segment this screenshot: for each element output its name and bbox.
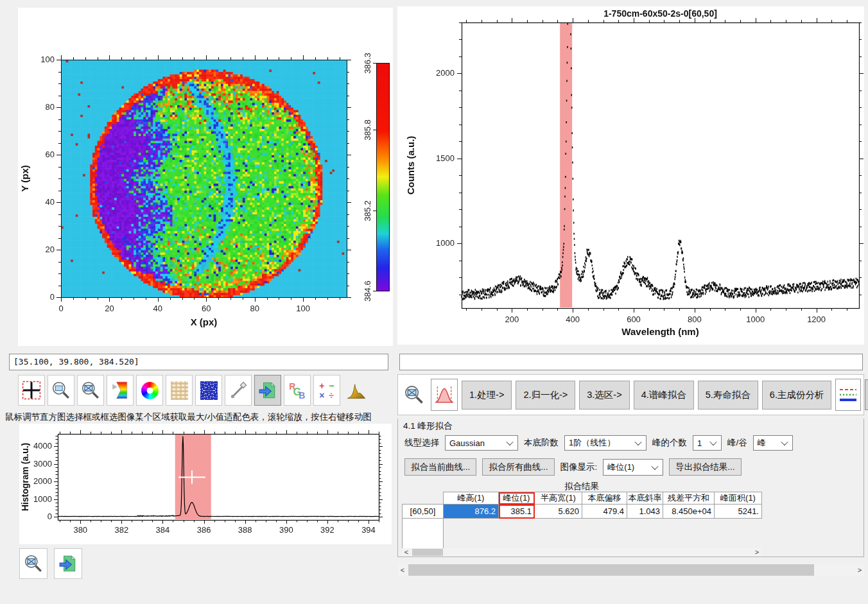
row-header[interactable]: [60,50] bbox=[403, 505, 444, 519]
color-wheel-button[interactable] bbox=[136, 375, 163, 406]
zoom-reset-button[interactable] bbox=[401, 379, 427, 411]
cell-peak-height[interactable]: 876.2 bbox=[444, 505, 499, 519]
svg-text:×: × bbox=[319, 390, 324, 401]
display-mode-value: 峰位(1) bbox=[607, 462, 634, 473]
zoom-reset-button[interactable] bbox=[19, 548, 48, 579]
zoom-reset-icon bbox=[24, 553, 43, 574]
peak-fit-panel: 4.1 峰形拟合 线型选择 Gaussian 本底阶数 1阶（线性） 峰的个数 … bbox=[397, 418, 864, 557]
analysis-toolbar: 1.处理-> 2.归一化-> 3.选区-> 4.谱峰拟合 5.寿命拟合 6.主成… bbox=[397, 374, 864, 415]
histogram-canvas[interactable] bbox=[19, 424, 392, 544]
peak-fit-mode-button[interactable] bbox=[431, 379, 458, 411]
scrollbar-track[interactable] bbox=[407, 564, 855, 576]
heatmap-canvas[interactable] bbox=[18, 8, 393, 346]
scrollbar-thumb[interactable] bbox=[408, 564, 814, 576]
curve-styles-button[interactable] bbox=[835, 379, 861, 411]
fit-current-curve-button[interactable]: 拟合当前曲线... bbox=[404, 458, 476, 476]
math-operations-button[interactable]: + − × ÷ bbox=[313, 375, 340, 406]
fit-results-caption: 拟合结果 bbox=[402, 481, 761, 492]
export-fit-results-button[interactable]: 导出拟合结果... bbox=[669, 458, 741, 476]
fit-options-row: 线型选择 Gaussian 本底阶数 1阶（线性） 峰的个数 1 峰/谷 峰 bbox=[404, 435, 793, 451]
svg-text:B: B bbox=[299, 390, 305, 401]
histogram-toolbar bbox=[19, 548, 82, 579]
scroll-left-arrow[interactable]: < bbox=[398, 566, 407, 574]
crosshair-select-button[interactable] bbox=[18, 375, 45, 406]
chevron-down-icon bbox=[709, 438, 716, 445]
scroll-left-arrow[interactable]: < bbox=[402, 548, 411, 557]
step1-process-button[interactable]: 1.处理-> bbox=[462, 381, 512, 410]
zoom-box-icon bbox=[51, 380, 71, 401]
zoom-reset-icon bbox=[404, 384, 424, 406]
empty-cells bbox=[444, 519, 762, 552]
math-operations-icon: + − × ÷ bbox=[317, 380, 336, 401]
cell-peak-area[interactable]: 5241. bbox=[715, 505, 762, 519]
rgb-channels-button[interactable]: R G B bbox=[284, 375, 311, 406]
step6-pca-button[interactable]: 6.主成份分析 bbox=[762, 381, 832, 410]
step5-lifetime-fit-button[interactable]: 5.寿命拟合 bbox=[698, 381, 758, 410]
crosshair-icon bbox=[22, 380, 41, 401]
ripple-pattern-button[interactable] bbox=[195, 375, 222, 406]
col-peak-position: 峰位(1) bbox=[499, 492, 535, 505]
scrollbar-thumb[interactable] bbox=[412, 549, 443, 556]
svg-text:÷: ÷ bbox=[329, 390, 334, 401]
texture-pattern-icon bbox=[171, 381, 188, 400]
peak-count-label: 峰的个数 bbox=[652, 437, 687, 449]
fit-all-curves-button[interactable]: 拟合所有曲线... bbox=[482, 458, 554, 476]
export-data-icon bbox=[58, 553, 78, 574]
svg-text:+: + bbox=[319, 381, 324, 391]
baseline-order-value: 1阶（线性） bbox=[569, 437, 615, 449]
peak-valley-label: 峰/谷 bbox=[727, 437, 747, 449]
surface-3d-button[interactable] bbox=[343, 375, 370, 406]
cell-residual[interactable]: 8.450e+04 bbox=[663, 505, 715, 519]
line-type-label: 线型选择 bbox=[404, 437, 439, 449]
step2-normalize-button[interactable]: 2.归一化-> bbox=[516, 381, 575, 410]
baseline-order-label: 本底阶数 bbox=[524, 437, 559, 449]
col-residual: 残差平方和 bbox=[663, 492, 715, 505]
zoom-box-button[interactable] bbox=[48, 375, 74, 406]
right-status-field bbox=[399, 354, 863, 370]
empty-row-header[interactable] bbox=[403, 519, 444, 552]
fit-results-table: 峰高(1) 峰位(1) 半高宽(1) 本底偏移 本底斜率 残差平方和 峰面积(1… bbox=[402, 492, 762, 552]
table-h-scrollbar[interactable]: < > bbox=[402, 548, 761, 557]
measure-tool-button[interactable] bbox=[225, 375, 252, 406]
panel-h-scrollbar[interactable]: < > bbox=[398, 564, 864, 576]
cell-baseline-offset[interactable]: 479.4 bbox=[582, 505, 627, 519]
zoom-reset-icon bbox=[81, 380, 100, 401]
step4-peak-fit-button[interactable]: 4.谱峰拟合 bbox=[634, 381, 694, 410]
spectrum-panel bbox=[397, 6, 864, 345]
cell-baseline-slope[interactable]: 1.043 bbox=[627, 505, 663, 519]
export-data-button[interactable] bbox=[254, 375, 281, 406]
app-window: [35.100, 39.800, 384.520] bbox=[0, 0, 868, 604]
peak-count-value: 1 bbox=[697, 438, 702, 448]
zoom-reset-button[interactable] bbox=[77, 375, 104, 406]
rgb-channels-icon: R G B bbox=[288, 380, 307, 401]
display-mode-label: 图像显示: bbox=[560, 462, 598, 473]
texture-pattern-button[interactable] bbox=[166, 375, 193, 406]
chevron-down-icon bbox=[506, 438, 513, 445]
scroll-right-arrow[interactable]: > bbox=[855, 566, 864, 574]
chevron-down-icon bbox=[652, 462, 659, 469]
baseline-order-combo[interactable]: 1阶（线性） bbox=[564, 435, 647, 451]
export-data-button[interactable] bbox=[54, 548, 82, 579]
peak-valley-value: 峰 bbox=[758, 437, 766, 449]
scroll-right-arrow[interactable]: > bbox=[752, 548, 761, 557]
svg-text:−: − bbox=[329, 381, 334, 391]
scrollbar-track[interactable] bbox=[411, 548, 752, 557]
colormap-button[interactable] bbox=[107, 375, 134, 406]
fit-actions-row: 拟合当前曲线... 拟合所有曲线... 图像显示: 峰位(1) 导出拟合结果..… bbox=[404, 458, 742, 476]
histogram-panel bbox=[19, 424, 392, 544]
cell-fwhm[interactable]: 5.620 bbox=[535, 505, 582, 519]
image-toolbar: R G B + − × ÷ bbox=[18, 375, 370, 406]
spectrum-canvas[interactable] bbox=[397, 6, 864, 345]
line-type-combo[interactable]: Gaussian bbox=[445, 435, 518, 451]
step3-select-region-button[interactable]: 3.选区-> bbox=[579, 381, 629, 410]
table-empty-row bbox=[403, 519, 762, 552]
cell-peak-position[interactable]: 385.1 bbox=[499, 505, 535, 519]
table-row: [60,50] 876.2 385.1 5.620 479.4 1.043 8.… bbox=[403, 505, 762, 519]
instruction-text: 鼠标调节直方图选择框或框选图像某个区域获取最大/小值适配色表，滚轮缩放，按住右键… bbox=[5, 411, 372, 423]
export-data-button[interactable] bbox=[865, 379, 868, 410]
display-mode-combo[interactable]: 峰位(1) bbox=[603, 459, 663, 476]
measure-tool-icon bbox=[229, 380, 248, 401]
table-header-row: 峰高(1) 峰位(1) 半高宽(1) 本底偏移 本底斜率 残差平方和 峰面积(1… bbox=[403, 492, 762, 505]
peak-count-combo[interactable]: 1 bbox=[693, 435, 722, 451]
peak-valley-combo[interactable]: 峰 bbox=[753, 435, 793, 451]
